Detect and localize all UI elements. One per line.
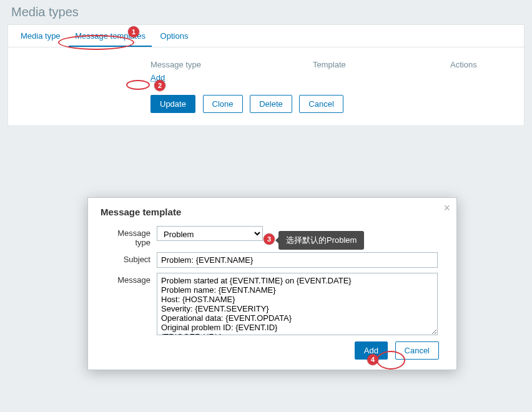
message-template-modal: × Message template Message type Problem …: [87, 197, 457, 370]
col-actions: Actions: [445, 57, 514, 72]
message-type-select[interactable]: Problem: [157, 226, 263, 241]
message-textarea[interactable]: Problem started at {EVENT.TIME} on {EVEN…: [157, 273, 438, 335]
subject-input[interactable]: [157, 252, 438, 268]
modal-title: Message template: [101, 207, 444, 217]
action-buttons: Update Clone Delete Cancel: [150, 95, 505, 113]
main-panel: Media type Message templates Options Mes…: [7, 24, 525, 126]
cancel-button[interactable]: Cancel: [299, 95, 343, 113]
col-message-type: Message type: [145, 57, 308, 72]
modal-cancel-button[interactable]: Cancel: [395, 341, 439, 360]
tab-content: Message type Template Actions Add Update…: [8, 47, 524, 125]
annotation-marker-1: 1: [128, 26, 139, 37]
col-template: Template: [308, 57, 445, 72]
tab-options[interactable]: Options: [154, 25, 195, 46]
page-title: Media types: [0, 0, 532, 24]
delete-button[interactable]: Delete: [250, 95, 292, 113]
modal-buttons: Add Cancel: [101, 341, 444, 360]
tab-message-templates[interactable]: Message templates: [69, 25, 152, 47]
tab-media-type[interactable]: Media type: [14, 25, 67, 46]
table-row: Add: [145, 72, 514, 84]
clone-button[interactable]: Clone: [203, 95, 243, 113]
templates-table: Message type Template Actions Add: [145, 57, 514, 84]
tabs-bar: Media type Message templates Options: [8, 25, 524, 47]
close-icon[interactable]: ×: [443, 202, 450, 215]
label-message: Message: [101, 273, 157, 285]
annotation-tip-3: 选择默认的Problem: [278, 231, 364, 250]
annotation-marker-4: 4: [367, 354, 378, 365]
update-button[interactable]: Update: [150, 95, 195, 113]
label-message-type: Message type: [101, 226, 157, 247]
label-subject: Subject: [101, 252, 157, 264]
annotation-marker-2: 2: [154, 80, 165, 91]
